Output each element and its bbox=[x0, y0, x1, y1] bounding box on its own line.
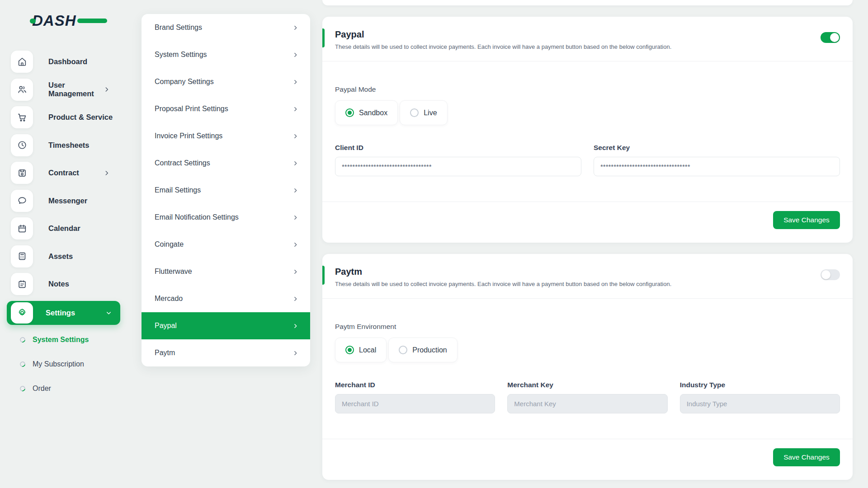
radio-label: Live bbox=[424, 109, 437, 117]
sidebar-item-label: Assets bbox=[48, 252, 73, 261]
paytm-title: Paytm bbox=[335, 266, 671, 277]
secret-key-input[interactable] bbox=[594, 157, 840, 176]
paypal-mode-live-option[interactable]: Live bbox=[400, 100, 447, 125]
sidebar-item-label: Contract bbox=[48, 169, 79, 177]
paytm-save-button[interactable]: Save Changes bbox=[773, 448, 840, 466]
client-id-label: Client ID bbox=[335, 143, 581, 152]
settings-menu-label: Company Settings bbox=[155, 78, 214, 86]
sidebar-item-label: Settings bbox=[46, 309, 75, 317]
settings-menu-label: Paypal bbox=[155, 322, 177, 330]
notebook-icon bbox=[11, 273, 33, 295]
clock-icon bbox=[11, 134, 33, 156]
settings-menu-item-email-notification-settings[interactable]: Email Notification Settings bbox=[142, 204, 310, 231]
paytm-card-body: Paytm Environment Local Production Merch… bbox=[322, 299, 853, 439]
paypal-mode-options: Sandbox Live bbox=[335, 100, 840, 125]
sidebar-subitem-label: My Subscription bbox=[33, 360, 84, 368]
sidebar-item-contract[interactable]: Contract bbox=[11, 162, 142, 184]
paytm-fields: Merchant ID Merchant Key Industry Type bbox=[335, 380, 840, 413]
paypal-save-button[interactable]: Save Changes bbox=[773, 211, 840, 229]
logo-dot bbox=[30, 19, 36, 23]
sidebar-subitem-system-settings[interactable]: System Settings bbox=[20, 330, 142, 349]
merchant-key-input[interactable] bbox=[507, 394, 667, 413]
users-icon bbox=[11, 79, 33, 101]
chat-icon bbox=[11, 190, 33, 212]
paytm-header-text: Paytm These details will be used to coll… bbox=[335, 266, 671, 288]
previous-card-bottom-edge bbox=[322, 0, 853, 5]
radio-label: Sandbox bbox=[359, 109, 387, 117]
settings-menu-label: Mercado bbox=[155, 295, 183, 303]
paytm-card-footer: Save Changes bbox=[322, 439, 853, 480]
chevron-right-icon bbox=[292, 25, 298, 31]
logo-dash bbox=[77, 19, 107, 23]
sidebar-item-notes[interactable]: Notes bbox=[11, 273, 142, 295]
paypal-toggle[interactable] bbox=[821, 32, 840, 43]
paypal-card-header: Paypal These details will be used to col… bbox=[322, 17, 853, 61]
settings-menu-label: Invoice Print Settings bbox=[155, 132, 222, 140]
chevron-right-icon bbox=[292, 269, 298, 275]
settings-menu-item-paytm[interactable]: Paytm bbox=[142, 339, 310, 366]
settings-menu-label: Email Notification Settings bbox=[155, 213, 239, 221]
chevron-right-icon bbox=[292, 79, 298, 85]
sidebar-item-dashboard[interactable]: Dashboard bbox=[11, 51, 142, 73]
settings-menu-item-company-settings[interactable]: Company Settings bbox=[142, 68, 310, 95]
chevron-right-icon bbox=[292, 296, 298, 302]
client-id-field-group: Client ID bbox=[335, 143, 581, 176]
paypal-description: These details will be used to collect in… bbox=[335, 43, 671, 51]
industry-type-field-group: Industry Type bbox=[680, 380, 840, 413]
sidebar-item-label: Dashboard bbox=[48, 57, 87, 66]
sidebar-item-label: User Management bbox=[48, 81, 104, 98]
sidebar-item-product-service[interactable]: Product & Service bbox=[11, 106, 142, 128]
sidebar-item-calendar[interactable]: Calendar bbox=[11, 217, 142, 239]
merchant-id-label: Merchant ID bbox=[335, 380, 495, 389]
chevron-right-icon bbox=[292, 350, 298, 356]
logo-text: DASH bbox=[32, 12, 76, 29]
paytm-toggle[interactable] bbox=[821, 269, 840, 280]
radio-checked-icon bbox=[345, 108, 354, 117]
paypal-header-text: Paypal These details will be used to col… bbox=[335, 28, 671, 51]
settings-menu-item-brand-settings[interactable]: Brand Settings bbox=[142, 14, 310, 41]
settings-menu-item-system-settings[interactable]: System Settings bbox=[142, 41, 310, 68]
radio-checked-icon bbox=[345, 346, 354, 354]
paypal-title: Paypal bbox=[335, 28, 671, 40]
settings-sub-nav: System Settings My Subscription Order bbox=[0, 330, 142, 398]
settings-menu-item-coingate[interactable]: Coingate bbox=[142, 231, 310, 258]
sidebar-item-settings[interactable]: Settings bbox=[7, 301, 120, 325]
sidebar-item-assets[interactable]: Assets bbox=[11, 245, 142, 267]
sidebar: DASH Dashboard User Management bbox=[0, 0, 142, 488]
settings-menu-item-flutterwave[interactable]: Flutterwave bbox=[142, 258, 310, 285]
bullet-icon bbox=[19, 361, 27, 368]
settings-menu-label: Paytm bbox=[155, 349, 175, 357]
paypal-card: Paypal These details will be used to col… bbox=[322, 17, 853, 243]
settings-menu-panel: Brand Settings System Settings Company S… bbox=[142, 14, 310, 366]
client-id-input[interactable] bbox=[335, 157, 581, 176]
accent-bar bbox=[322, 28, 325, 47]
paytm-environment-production-option[interactable]: Production bbox=[388, 338, 458, 362]
app-logo[interactable]: DASH bbox=[32, 12, 100, 29]
settings-menu-item-paypal[interactable]: Paypal bbox=[142, 312, 310, 339]
accent-bar bbox=[322, 266, 325, 285]
merchant-key-label: Merchant Key bbox=[507, 380, 667, 389]
cart-icon bbox=[11, 106, 33, 128]
sidebar-subitem-label: System Settings bbox=[33, 336, 89, 344]
industry-type-input[interactable] bbox=[680, 394, 840, 413]
chevron-right-icon bbox=[292, 215, 298, 221]
sidebar-item-messenger[interactable]: Messenger bbox=[11, 190, 142, 212]
settings-menu-item-contract-settings[interactable]: Contract Settings bbox=[142, 150, 310, 177]
sidebar-item-user-management[interactable]: User Management bbox=[11, 79, 142, 101]
sidebar-item-timesheets[interactable]: Timesheets bbox=[11, 134, 142, 156]
settings-menu-item-email-settings[interactable]: Email Settings bbox=[142, 177, 310, 204]
sidebar-subitem-order[interactable]: Order bbox=[20, 379, 142, 398]
sidebar-item-label: Calendar bbox=[48, 224, 80, 233]
home-icon bbox=[11, 51, 33, 73]
merchant-id-input[interactable] bbox=[335, 394, 495, 413]
paypal-mode-sandbox-option[interactable]: Sandbox bbox=[335, 100, 398, 125]
settings-menu-item-proposal-print-settings[interactable]: Proposal Print Settings bbox=[142, 95, 310, 122]
chevron-right-icon bbox=[292, 106, 298, 112]
chevron-right-icon bbox=[292, 160, 298, 166]
settings-menu-label: Coingate bbox=[155, 240, 184, 249]
chevron-right-icon bbox=[292, 133, 298, 139]
settings-menu-item-mercado[interactable]: Mercado bbox=[142, 285, 310, 312]
sidebar-subitem-my-subscription[interactable]: My Subscription bbox=[20, 355, 142, 374]
settings-menu-item-invoice-print-settings[interactable]: Invoice Print Settings bbox=[142, 122, 310, 150]
paytm-environment-local-option[interactable]: Local bbox=[335, 338, 387, 362]
